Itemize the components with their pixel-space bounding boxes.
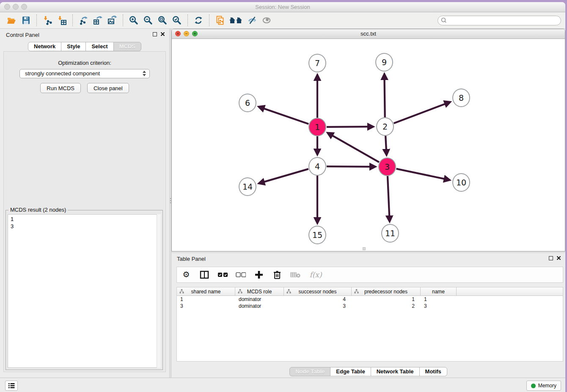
column-header-successor-nodes[interactable]: successor nodes bbox=[284, 287, 352, 295]
table-cell-name[interactable]: 3 bbox=[421, 303, 457, 309]
run-mcds-button[interactable]: Run MCDS bbox=[40, 83, 81, 93]
graph-node-3[interactable]: 3 bbox=[378, 157, 396, 176]
panel-split-icon[interactable] bbox=[199, 270, 209, 280]
network-zoom-button[interactable] bbox=[192, 31, 198, 36]
table-toolbar: ⚙ bbox=[176, 267, 563, 283]
tree-hierarchy-icon bbox=[354, 289, 359, 294]
delete-column-icon[interactable] bbox=[272, 270, 282, 280]
table-cell-predecessor-nodes[interactable]: 2 bbox=[352, 303, 421, 309]
table-tabs: Node TableEdge TableNetwork TableMotifs bbox=[171, 367, 565, 376]
show-all-icon bbox=[260, 14, 273, 27]
zoom-fit-icon[interactable] bbox=[156, 14, 169, 27]
table-row[interactable]: 3dominator323 bbox=[177, 303, 563, 309]
graph-edge-3-11[interactable] bbox=[388, 176, 390, 221]
table-row[interactable]: 1dominator411 bbox=[177, 296, 563, 303]
table-tab-edge-table[interactable]: Edge Table bbox=[330, 367, 371, 376]
graph-edge-1-2[interactable] bbox=[327, 127, 373, 127]
import-table-icon[interactable] bbox=[55, 14, 68, 27]
result-scrollbar[interactable] bbox=[157, 214, 161, 368]
refresh-layout-icon[interactable] bbox=[192, 14, 205, 27]
float-panel-icon[interactable] bbox=[153, 32, 157, 36]
task-history-button[interactable] bbox=[5, 381, 18, 391]
network-canvas[interactable]: 7968124314101511 bbox=[172, 39, 565, 251]
column-header-label: name bbox=[432, 289, 445, 295]
zoom-out-icon[interactable] bbox=[142, 14, 154, 27]
column-header-name[interactable]: name bbox=[421, 287, 457, 295]
table-cell-successor-nodes[interactable]: 3 bbox=[284, 303, 352, 309]
import-network-icon[interactable] bbox=[41, 14, 54, 27]
search-box[interactable] bbox=[438, 16, 561, 25]
graph-node-4[interactable]: 4 bbox=[308, 157, 326, 176]
close-panel-button[interactable]: Close panel bbox=[87, 83, 129, 93]
tab-network[interactable]: Network bbox=[28, 42, 61, 51]
graph-node-9[interactable]: 9 bbox=[375, 53, 393, 72]
table-tab-network-table[interactable]: Network Table bbox=[371, 367, 420, 376]
add-column-icon[interactable] bbox=[254, 270, 264, 280]
close-table-panel-icon[interactable] bbox=[556, 256, 561, 260]
tab-mcds[interactable]: MCDS bbox=[113, 42, 141, 51]
table-cell-predecessor-nodes[interactable]: 1 bbox=[352, 296, 421, 303]
network-close-button[interactable] bbox=[175, 31, 181, 36]
column-header-MCDS-role[interactable]: MCDS role bbox=[235, 287, 284, 295]
close-window-button[interactable] bbox=[4, 4, 10, 10]
graph-edge-4-3[interactable] bbox=[327, 166, 375, 167]
graph-edge-2-9[interactable] bbox=[384, 74, 385, 117]
duplicate-network-icon[interactable] bbox=[214, 14, 226, 27]
zoom-window-button[interactable] bbox=[21, 4, 27, 10]
graph-edge-3-10[interactable] bbox=[396, 169, 450, 180]
table-header: shared nameMCDS rolesuccessor nodesprede… bbox=[177, 287, 563, 296]
column-header-label: MCDS role bbox=[247, 289, 272, 295]
graph-edge-2-3[interactable] bbox=[385, 136, 386, 155]
search-input[interactable] bbox=[449, 16, 561, 25]
export-network-icon[interactable] bbox=[77, 14, 90, 27]
export-table-icon[interactable] bbox=[91, 14, 104, 27]
function-builder-icon: f(x) bbox=[308, 270, 323, 280]
optimization-criterion-select[interactable]: strongly connected component bbox=[19, 69, 150, 78]
table-cell-MCDS-role[interactable]: dominator bbox=[235, 303, 284, 309]
table-cell-name[interactable]: 1 bbox=[421, 296, 457, 303]
zoom-in-icon[interactable] bbox=[127, 14, 140, 27]
first-neighbors-icon[interactable] bbox=[228, 14, 244, 27]
column-header-shared-name[interactable]: shared name bbox=[177, 287, 235, 295]
table-cell-shared-name[interactable]: 3 bbox=[177, 303, 235, 309]
close-panel-icon[interactable] bbox=[160, 32, 165, 36]
memory-button[interactable]: Memory bbox=[526, 381, 561, 391]
table-cell-shared-name[interactable]: 1 bbox=[177, 296, 235, 303]
graph-node-15[interactable]: 15 bbox=[308, 226, 326, 244]
float-table-panel-icon[interactable] bbox=[549, 256, 553, 260]
network-minimize-button[interactable] bbox=[184, 31, 189, 36]
open-file-icon[interactable] bbox=[5, 14, 18, 27]
toolbar-separator bbox=[123, 14, 123, 26]
graph-edge-4-14[interactable] bbox=[259, 169, 308, 183]
graph-node-7[interactable]: 7 bbox=[308, 54, 326, 72]
graph-node-8[interactable]: 8 bbox=[452, 88, 470, 107]
column-header-predecessor-nodes[interactable]: predecessor nodes bbox=[352, 287, 421, 295]
optimization-criterion-label: Optimization criterion: bbox=[4, 60, 165, 66]
table-tab-motifs[interactable]: Motifs bbox=[419, 367, 447, 376]
canvas-resize-handle[interactable] bbox=[363, 247, 366, 250]
tab-select[interactable]: Select bbox=[85, 42, 113, 51]
hide-selected-icon[interactable] bbox=[246, 14, 259, 27]
save-session-icon[interactable] bbox=[19, 14, 32, 27]
table-cell-successor-nodes[interactable]: 4 bbox=[284, 296, 352, 303]
zoom-selected-icon[interactable] bbox=[171, 14, 183, 27]
graph-edge-2-8[interactable] bbox=[394, 102, 450, 123]
mcds-result-text[interactable]: 13 bbox=[8, 214, 161, 368]
graph-edge-3-1[interactable] bbox=[328, 133, 379, 162]
select-all-columns-icon[interactable] bbox=[217, 270, 228, 280]
mcds-result-line: 1 bbox=[11, 215, 160, 223]
table-cell-MCDS-role[interactable]: dominator bbox=[235, 296, 284, 303]
graph-node-1[interactable]: 1 bbox=[308, 118, 326, 136]
graph-node-2[interactable]: 2 bbox=[376, 117, 394, 136]
column-settings-gear-icon[interactable]: ⚙ bbox=[181, 270, 191, 280]
export-image-icon[interactable] bbox=[106, 14, 118, 27]
minimize-window-button[interactable] bbox=[13, 4, 19, 10]
graph-node-14[interactable]: 14 bbox=[239, 177, 256, 196]
tab-style[interactable]: Style bbox=[61, 42, 86, 51]
unselect-all-columns-icon[interactable] bbox=[236, 270, 246, 280]
graph-node-11[interactable]: 11 bbox=[381, 224, 399, 243]
graph-edge-1-6[interactable] bbox=[259, 107, 308, 124]
table-tab-node-table[interactable]: Node Table bbox=[289, 367, 330, 376]
graph-node-6[interactable]: 6 bbox=[239, 94, 256, 112]
graph-node-10[interactable]: 10 bbox=[452, 173, 470, 192]
